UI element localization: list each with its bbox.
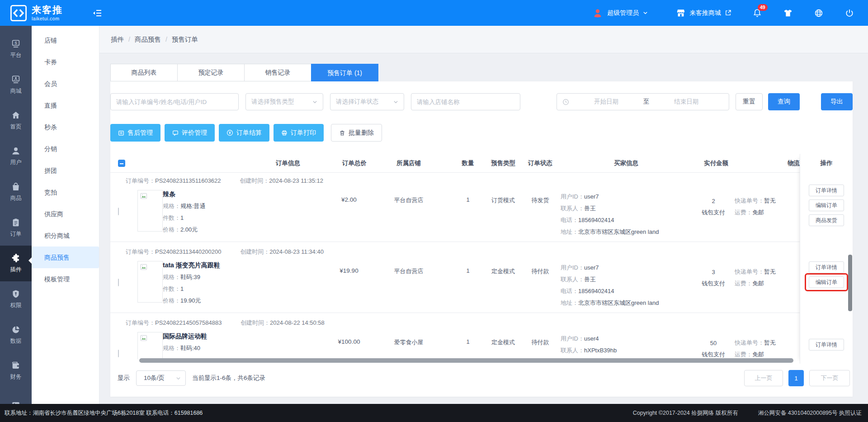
product-name[interactable]: tata 渐变亮片高跟鞋 xyxy=(163,261,220,270)
sidebar-item-orders[interactable]: 订单 xyxy=(0,210,32,246)
logout-button[interactable] xyxy=(844,8,854,18)
breadcrumb-item-plugins[interactable]: 插件 xyxy=(111,35,124,44)
breadcrumb-item-presale[interactable]: 商品预售 xyxy=(135,35,161,44)
review-management-button[interactable]: 评价管理 xyxy=(165,124,215,142)
order-status: 待付款 xyxy=(522,338,558,346)
order-group: 订单编号：PS240823113440200200 创建时间：2024-08-2… xyxy=(110,242,853,313)
next-page-button[interactable]: 下一页 xyxy=(809,370,850,386)
submenu-item-auction[interactable]: 竞拍 xyxy=(32,181,99,203)
col-actions: 操作 xyxy=(800,154,853,173)
sidebar-item-mall[interactable]: 商城 xyxy=(0,67,32,103)
prev-page-button[interactable]: 上一页 xyxy=(744,370,783,386)
sidebar-item-goods[interactable]: 商品 xyxy=(0,174,32,210)
order-status-select[interactable]: 请选择订单状态 xyxy=(330,93,404,110)
edit-order-button[interactable]: 编辑订单 xyxy=(809,199,844,211)
paid-amount: 50 钱包支付 xyxy=(684,337,743,359)
pagination-bar: 显示 10条/页 当前显示1-6条，共6条记录 上一页 1 下一页 xyxy=(110,370,853,386)
sidebar-item-data[interactable]: 数据 xyxy=(0,317,32,353)
plugins-submenu: 店铺 卡券 会员 直播 秒杀 分销 拼团 竞拍 供应商 积分商城 商品预售 模板… xyxy=(32,26,99,404)
shop-link[interactable]: 来客推商城 xyxy=(676,8,731,18)
col-buyer-info: 买家信息 xyxy=(590,154,662,173)
paid-amount: 3 钱包支付 xyxy=(684,266,743,289)
submenu-item-coupon[interactable]: 卡券 xyxy=(32,51,99,73)
submenu-item-member[interactable]: 会员 xyxy=(32,73,99,95)
buyer-info: 用户ID：user4 联系人：hXPtxB39hb xyxy=(561,333,617,356)
submenu-item-distribution[interactable]: 分销 xyxy=(32,138,99,160)
product-name[interactable]: 辣条 xyxy=(163,190,206,199)
submenu-item-template[interactable]: 模板管理 xyxy=(32,268,99,290)
submenu-item-shop[interactable]: 店铺 xyxy=(32,29,99,51)
order-meta-line: 订单编号：PS240823113440200200 创建时间：2024-08-2… xyxy=(110,242,853,260)
plugin-icon xyxy=(11,253,21,263)
merchandise-button[interactable] xyxy=(783,8,793,18)
pie-chart-icon xyxy=(11,325,21,335)
content-card: 请选择预售类型 请选择订单状态 开始日期 至 结束日期 重置 查询 导出 售后管… xyxy=(110,81,853,397)
edit-order-button[interactable]: 编辑订单 xyxy=(809,276,844,288)
sidebar-collapse-icon[interactable] xyxy=(92,8,103,19)
yuan-circle-icon xyxy=(226,129,233,136)
ship-goods-button[interactable]: 商品发货 xyxy=(809,214,844,226)
row-checkbox[interactable] xyxy=(118,208,119,215)
order-number: PS240822145057584883 xyxy=(155,319,222,326)
presale-type: 定金模式 xyxy=(485,267,521,275)
page-number-1[interactable]: 1 xyxy=(788,370,804,386)
main-content: 插件 / 商品预售 / 预售订单 商品列表 预定记录 销售记录 预售订单 (1)… xyxy=(99,26,868,404)
presale-type-select[interactable]: 请选择预售类型 xyxy=(245,93,323,110)
app-logo[interactable]: 来客推 laiketui.com xyxy=(0,5,84,22)
order-detail-button[interactable]: 订单详情 xyxy=(809,185,844,196)
tab-sales-records[interactable]: 销售记录 xyxy=(244,64,311,81)
footer-beian[interactable]: 湘公网安备 43010402000895号 执照认证 xyxy=(758,409,862,417)
order-settlement-button[interactable]: 订单结算 xyxy=(219,124,269,142)
product-image xyxy=(137,261,163,303)
batch-delete-button[interactable]: 批量删除 xyxy=(331,124,382,142)
user-menu[interactable]: 超级管理员 xyxy=(592,8,648,19)
col-qty: 数量 xyxy=(450,154,486,173)
after-sale-button[interactable]: 售后管理 xyxy=(110,124,160,142)
tab-presale-orders[interactable]: 预售订单 (1) xyxy=(311,64,378,81)
broken-image-icon xyxy=(140,335,148,342)
row-checkbox[interactable] xyxy=(118,350,119,357)
pagination-summary: 当前显示1-6条，共6条记录 xyxy=(192,374,265,382)
sidebar-item-home[interactable]: 首页 xyxy=(0,103,32,138)
language-button[interactable] xyxy=(814,8,824,18)
order-search-input[interactable] xyxy=(110,93,239,110)
product-name[interactable]: 国际品牌运动鞋 xyxy=(163,332,207,341)
submenu-item-presale[interactable]: 商品预售 xyxy=(32,247,99,268)
date-range-picker[interactable]: 开始日期 至 结束日期 xyxy=(557,93,729,110)
order-status: 待发货 xyxy=(522,196,558,204)
shop-name: 平台自营店 xyxy=(373,267,445,275)
notifications-button[interactable]: 49 xyxy=(752,8,762,18)
submenu-item-supplier[interactable]: 供应商 xyxy=(32,203,99,225)
power-icon xyxy=(844,8,854,18)
vertical-scrollbar[interactable] xyxy=(848,255,852,311)
shop-name-input[interactable] xyxy=(411,93,520,110)
export-button[interactable]: 导出 xyxy=(821,93,853,110)
page-size-select[interactable]: 10条/页 xyxy=(136,370,186,386)
tab-reservation-records[interactable]: 预定记录 xyxy=(177,64,245,81)
submenu-item-points-mall[interactable]: 积分商城 xyxy=(32,225,99,247)
sidebar-item-permissions[interactable]: 权限 xyxy=(0,281,32,317)
col-order-status: 订单状态 xyxy=(522,154,558,173)
order-detail-button[interactable]: 订单详情 xyxy=(809,339,844,351)
page-size-label: 显示 xyxy=(118,374,130,382)
user-icon xyxy=(11,146,21,156)
order-print-button[interactable]: 订单打印 xyxy=(274,124,324,142)
tab-product-list[interactable]: 商品列表 xyxy=(110,64,178,81)
search-button[interactable]: 查询 xyxy=(768,93,800,110)
page-footer: 联系地址：湖南省长沙市岳麓区绿地中央广场6栋2018室 联系电话：6159816… xyxy=(0,404,868,422)
sidebar-item-users[interactable]: 用户 xyxy=(0,138,32,174)
reset-button[interactable]: 重置 xyxy=(736,93,763,110)
horizontal-scrollbar[interactable] xyxy=(139,358,793,363)
row-checkbox[interactable] xyxy=(118,279,119,286)
select-all-checkbox[interactable] xyxy=(118,160,125,167)
submenu-item-groupbuy[interactable]: 拼团 xyxy=(32,160,99,181)
sidebar-item-platform[interactable]: S 平台 xyxy=(0,31,32,67)
shop-name: 平台自营店 xyxy=(373,196,445,204)
submenu-item-live[interactable]: 直播 xyxy=(32,95,99,116)
sidebar-item-finance[interactable]: 财务 xyxy=(0,353,32,389)
trash-icon xyxy=(339,130,345,136)
submenu-item-flashsale[interactable]: 秒杀 xyxy=(32,116,99,138)
order-detail-button[interactable]: 订单详情 xyxy=(809,261,844,273)
tab-bar: 商品列表 预定记录 销售记录 预售订单 (1) xyxy=(110,64,378,81)
sidebar-item-plugins[interactable]: 插件 xyxy=(0,246,32,281)
